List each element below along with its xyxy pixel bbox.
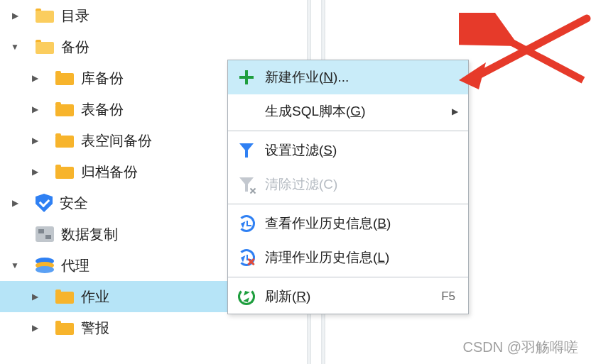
folder-open-icon [36,9,54,23]
menu-item-refresh[interactable]: 刷新(R) F5 [228,280,468,314]
tree-item-backup[interactable]: ▼ 备份 [0,31,307,62]
folder-icon [55,165,74,179]
folder-icon [55,321,74,335]
tree-label: 归档备份 [81,162,138,182]
submenu-arrow-icon: ▶ [452,106,458,116]
annotation-arrow [459,13,591,91]
tree-label: 库备份 [81,69,124,88]
collapse-icon[interactable]: ▶ [30,73,40,83]
menu-label: 新建作业(N)... [265,68,349,87]
tree-label: 警报 [81,319,109,338]
expand-icon[interactable]: ▼ [10,260,20,270]
shield-icon [36,194,53,212]
menu-shortcut: F5 [441,289,455,304]
menu-label: 清除过滤(C) [265,175,337,194]
collapse-icon[interactable]: ▶ [30,104,40,114]
folder-icon [55,102,74,116]
menu-item-view-history[interactable]: 查看作业历史信息(B) [228,206,468,241]
collapse-icon[interactable]: ▶ [30,136,40,145]
menu-label: 刷新(R) [265,287,310,306]
tree-label: 作业 [81,287,109,307]
agent-icon [36,258,54,273]
folder-open-icon [36,40,54,54]
menu-label: 查看作业历史信息(B) [265,214,391,233]
svg-line-2 [476,18,587,77]
tree-label: 表空间备份 [81,131,152,150]
collapse-icon[interactable]: ▶ [10,11,20,21]
menu-item-new-job[interactable]: 新建作业(N)... [228,60,468,94]
menu-item-set-filter[interactable]: 设置过滤(S) [228,133,468,167]
plus-icon [238,69,255,86]
menu-separator [228,204,468,204]
blank-icon [238,103,255,120]
history-clear-icon [238,249,255,266]
menu-label: 生成SQL脚本(G) [265,102,365,121]
menu-item-clear-history[interactable]: 清理作业历史信息(L) [228,241,468,275]
menu-item-clear-filter: 清除过滤(C) [228,167,468,202]
history-icon [238,215,255,232]
replication-icon [36,226,54,242]
menu-separator [228,277,468,277]
tree-item-catalog[interactable]: ▶ 目录 [0,0,307,31]
collapse-icon[interactable]: ▶ [30,167,40,177]
folder-icon [55,289,74,304]
tree-label: 数据复制 [61,225,118,244]
tree-label: 目录 [61,6,90,26]
folder-icon [55,133,74,148]
tree-item-alerts[interactable]: ▶ 警报 [0,312,307,343]
menu-item-generate-sql[interactable]: 生成SQL脚本(G) ▶ [228,94,468,128]
context-menu: 新建作业(N)... 生成SQL脚本(G) ▶ 设置过滤(S) 清除过滤(C) … [227,60,469,314]
collapse-icon[interactable]: ▶ [30,292,40,302]
svg-line-0 [462,16,583,80]
folder-icon [55,71,74,85]
expand-icon[interactable]: ▼ [10,42,20,52]
tree-label: 表备份 [81,100,124,119]
menu-separator [228,131,468,131]
tree-label: 备份 [61,38,90,57]
tree-label: 安全 [60,194,88,213]
refresh-icon [238,288,255,305]
collapse-icon[interactable]: ▶ [30,323,40,333]
tree-label: 代理 [61,256,90,275]
funnel-icon [238,142,255,159]
menu-label: 设置过滤(S) [265,141,337,160]
collapse-icon[interactable]: ▶ [10,198,20,208]
menu-label: 清理作业历史信息(L) [265,248,389,267]
funnel-clear-icon [238,176,255,193]
watermark: CSDN @羽觞嘚嗟 [462,338,578,357]
